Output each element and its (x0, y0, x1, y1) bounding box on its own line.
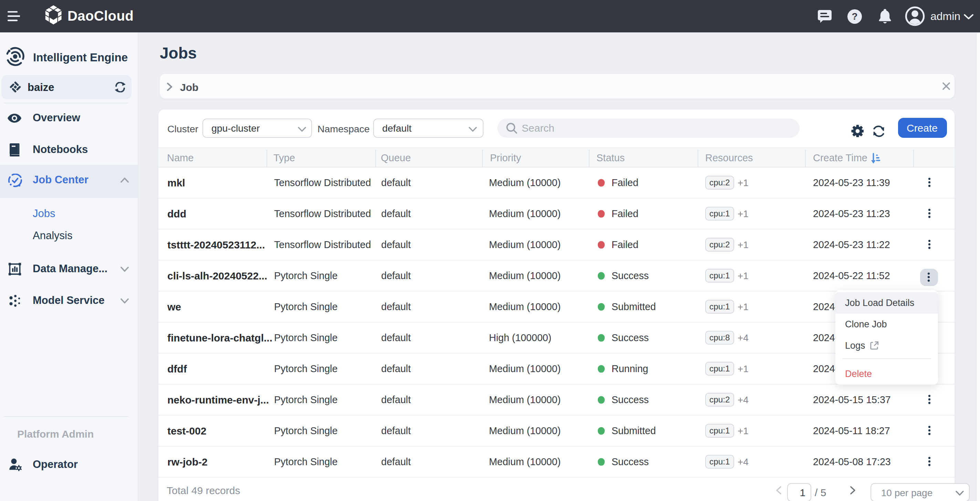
svg-text:?: ? (851, 11, 858, 21)
